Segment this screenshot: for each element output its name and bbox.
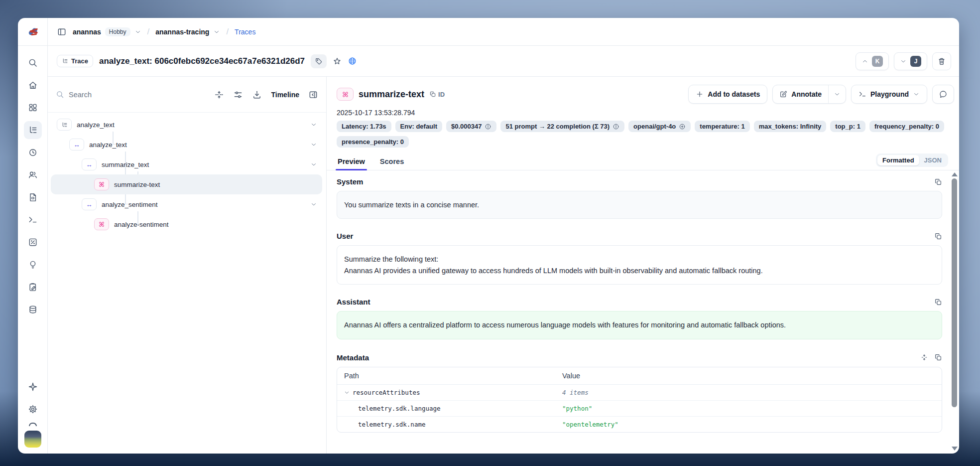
annotate-button[interactable]: Annotate <box>773 85 828 103</box>
table-row[interactable]: telemetry.sdk.name "opentelemetry" <box>337 417 942 432</box>
next-trace-button[interactable]: J <box>894 52 927 70</box>
tree-search[interactable] <box>56 90 206 99</box>
sidebar-item-upgrade[interactable] <box>24 378 42 396</box>
bookmark-button[interactable] <box>333 57 342 66</box>
generation-node-icon <box>94 218 109 230</box>
gear-icon <box>28 404 38 414</box>
clipboard-pen-icon <box>28 282 38 292</box>
breadcrumb-org[interactable]: anannas Hobby <box>73 27 141 36</box>
latency-badge[interactable]: Latency: 1.73s <box>337 121 391 132</box>
download-icon[interactable] <box>252 90 262 100</box>
public-share-button[interactable] <box>348 56 357 66</box>
dashboard-grid-icon <box>28 103 38 113</box>
add-to-datasets-button[interactable]: Add to datasets <box>688 85 767 104</box>
sidebar-item-home[interactable] <box>24 76 42 94</box>
tab-preview[interactable]: Preview <box>337 155 366 170</box>
chevron-down-icon[interactable] <box>310 121 317 128</box>
cost-badge[interactable]: $0.000347 <box>446 121 496 132</box>
tree-row-analyze-text-trace[interactable]: analyze_text <box>51 115 322 135</box>
model-badge[interactable]: openai/gpt-4o <box>628 121 691 132</box>
observation-badges: Latency: 1.73s Env: default $0.000347 51… <box>327 118 959 150</box>
top-p-badge[interactable]: top_p: 1 <box>830 121 865 132</box>
table-row[interactable]: telemetry.sdk.language "python" <box>337 401 942 417</box>
scrollbar-track[interactable] <box>952 178 957 445</box>
breadcrumb-divider: / <box>226 27 229 37</box>
top-header: anannas Hobby / anannas-tracing / Traces <box>18 18 959 46</box>
playground-button[interactable]: Playground <box>851 85 927 104</box>
observation-timestamp: 2025-10-17 13:53:28.794 <box>327 107 959 118</box>
copy-icon[interactable] <box>934 178 942 186</box>
user-avatar[interactable] <box>24 431 41 448</box>
view-settings-icon[interactable] <box>233 90 243 100</box>
trace-tree-icon <box>28 125 38 135</box>
copy-icon <box>429 91 436 98</box>
collapse-panel-icon[interactable] <box>308 90 318 100</box>
tree-row-analyze-sentiment-span[interactable]: ↔ analyze_sentiment <box>51 194 322 214</box>
chevron-down-icon[interactable] <box>310 161 317 168</box>
tree-row-summarize-text-generation[interactable]: summarize-text <box>51 174 322 194</box>
annotate-menu-button[interactable] <box>829 85 846 103</box>
comments-button[interactable] <box>932 85 954 104</box>
shortcut-key-j: J <box>910 56 921 67</box>
terminal-icon <box>858 90 866 98</box>
clock-icon <box>28 148 38 157</box>
collapse-vertical-icon[interactable] <box>214 90 224 100</box>
sidebar-item-dashboards[interactable] <box>24 99 42 117</box>
format-formatted[interactable]: Formatted <box>877 155 919 165</box>
presence-penalty-badge[interactable]: presence_penalty: 0 <box>337 136 409 148</box>
scroll-up-arrow[interactable] <box>952 172 958 176</box>
sidebar-item-annotation[interactable] <box>24 278 42 296</box>
frequency-penalty-badge[interactable]: frequency_penalty: 0 <box>869 121 944 132</box>
max-tokens-badge[interactable]: max_tokens: Infinity <box>754 121 827 132</box>
token-usage-badge[interactable]: 51 prompt → 22 completion (Σ 73) <box>500 121 624 132</box>
vertical-scrollbar[interactable] <box>951 170 958 452</box>
format-json[interactable]: JSON <box>919 155 947 165</box>
database-icon <box>28 305 38 314</box>
tree-row-summarize-text-span[interactable]: ↔ summarize_text <box>51 155 322 174</box>
plus-icon <box>696 90 704 98</box>
expand-rows-icon[interactable] <box>920 353 928 361</box>
logo-cell[interactable] <box>18 18 48 45</box>
chevron-down-icon[interactable] <box>310 141 317 148</box>
tree-row-analyze-sentiment-generation[interactable]: analyze-sentiment <box>51 214 322 234</box>
chevron-down-icon[interactable] <box>344 390 350 395</box>
temperature-badge[interactable]: temperature: 1 <box>695 121 749 132</box>
sidebar-item-tracing[interactable] <box>24 121 42 139</box>
scrollbar-thumb[interactable] <box>952 178 957 407</box>
sidebar-item-insights[interactable] <box>24 256 42 274</box>
trace-title: analyze_text: 606c0febc692ce34ec67a7e632… <box>99 56 305 66</box>
copy-icon[interactable] <box>934 353 942 361</box>
trace-badge-label: Trace <box>71 57 88 65</box>
trace-tree-icon <box>62 58 68 64</box>
copy-icon[interactable] <box>934 232 942 240</box>
copy-icon[interactable] <box>934 298 942 306</box>
copy-id-button[interactable]: ID <box>429 91 445 98</box>
app-window: anannas Hobby / anannas-tracing / Traces <box>18 18 959 454</box>
sidebar-item-evaluation[interactable] <box>24 233 42 251</box>
globe-icon <box>348 56 357 66</box>
tags-button[interactable] <box>311 54 327 68</box>
sidebar-item-prompts[interactable] <box>24 188 42 206</box>
users-icon <box>28 170 38 180</box>
search-input[interactable] <box>69 91 128 99</box>
delete-trace-button[interactable] <box>932 52 951 70</box>
prev-trace-button[interactable]: K <box>856 52 889 70</box>
chevron-down-icon[interactable] <box>310 201 317 208</box>
sidebar-item-settings[interactable] <box>24 400 42 418</box>
sidebar-item-search[interactable] <box>24 54 42 72</box>
scroll-down-arrow[interactable] <box>952 447 958 451</box>
breadcrumb-project[interactable]: anannas-tracing <box>155 28 220 36</box>
tree-node-label: summarize-text <box>114 181 160 188</box>
table-row[interactable]: resourceAttributes 4 items <box>337 385 942 401</box>
env-badge[interactable]: Env: default <box>395 121 442 132</box>
sidebar-item-users[interactable] <box>24 166 42 184</box>
breadcrumb-traces-link[interactable]: Traces <box>235 28 255 36</box>
sidebar-item-sessions[interactable] <box>24 144 42 161</box>
tab-scores[interactable]: Scores <box>379 155 405 170</box>
sidebar-item-playground[interactable] <box>24 211 42 229</box>
sidebar-item-datasets[interactable] <box>24 301 42 318</box>
span-node-icon: ↔ <box>69 139 84 151</box>
sidebar-toggle-icon[interactable] <box>57 27 67 37</box>
timeline-toggle[interactable]: Timeline <box>271 91 299 99</box>
tree-row-analyze-text-span[interactable]: ↔ analyze_text <box>51 135 322 155</box>
